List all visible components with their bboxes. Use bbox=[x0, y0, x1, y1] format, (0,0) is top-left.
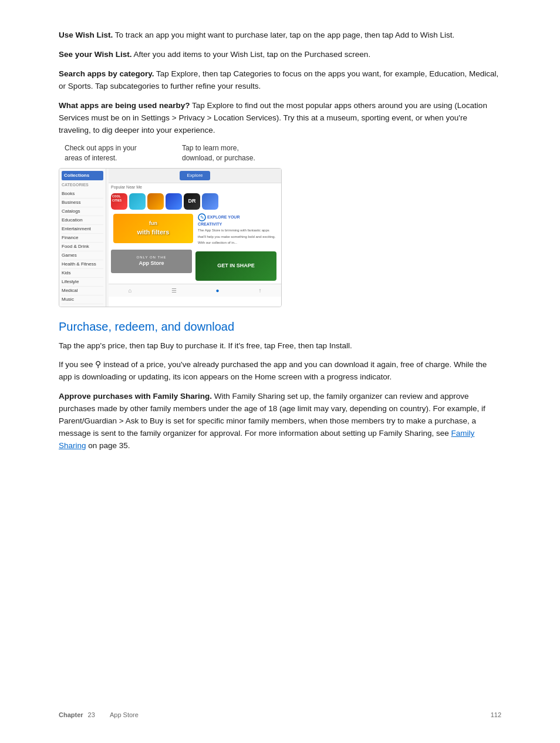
cat-games[interactable]: Games bbox=[62, 251, 103, 260]
popular-label: Popular Near Me bbox=[109, 183, 281, 192]
bold-prefix-4: What apps are being used nearby? bbox=[59, 101, 190, 110]
app-icon-city-pal[interactable] bbox=[202, 193, 218, 210]
bottom-icon-dot[interactable]: ● bbox=[215, 286, 219, 295]
page: Use Wish List. To track an app you might… bbox=[0, 0, 560, 743]
bold-prefix-1: Use Wish List. bbox=[59, 31, 113, 39]
section-para-1: Tap the app's price, then tap Buy to pur… bbox=[59, 340, 501, 352]
bottom-icon-home[interactable]: ⌂ bbox=[128, 286, 131, 295]
phone-bottom-bar: ⌂ ☰ ● ↑ bbox=[109, 284, 281, 297]
banner-app-store: ONLY ON THE App Store bbox=[111, 250, 192, 273]
banner-get-in-shape: GET IN SHAPE bbox=[195, 251, 276, 281]
app-icons-row: COOL CITIES DR bbox=[109, 192, 281, 211]
bottom-icon-share[interactable]: ↑ bbox=[258, 286, 261, 295]
section-heading: Purchase, redeem, and download bbox=[59, 319, 501, 334]
app-icon-dr[interactable]: DR bbox=[184, 193, 200, 210]
section-para-3: Approve purchases with Family Sharing. W… bbox=[59, 391, 501, 452]
bold-prefix-2: See your Wish List. bbox=[59, 50, 131, 59]
chapter-number: 23 bbox=[88, 710, 95, 720]
cat-lifestyle[interactable]: Lifestyle bbox=[62, 278, 103, 287]
section-body-1: Tap the app's price, then tap Buy to pur… bbox=[59, 341, 352, 350]
app-store-label: App Store bbox=[136, 260, 166, 267]
body-2: After you add items to your Wish List, t… bbox=[131, 50, 370, 59]
explore-button[interactable]: Explore bbox=[180, 171, 210, 180]
footer: Chapter 23 App Store 112 bbox=[0, 710, 560, 720]
section-body-2: If you see ⚲ instead of a price, you've … bbox=[59, 360, 487, 381]
categories-label: CATEGORIES bbox=[62, 182, 103, 189]
paragraph-wish-list-see: See your Wish List. After you add items … bbox=[59, 49, 501, 61]
app-icon-roads[interactable] bbox=[147, 193, 164, 210]
phone-left-panel: Collections CATEGORIES Books Business Ca… bbox=[59, 169, 106, 307]
svg-text:✎: ✎ bbox=[200, 215, 204, 220]
caption-left: Check out apps in your areas of interest… bbox=[65, 143, 147, 163]
paragraph-wish-list-use: Use Wish List. To track an app you might… bbox=[59, 29, 501, 42]
cat-catalogs[interactable]: Catalogs bbox=[62, 207, 103, 216]
cat-education[interactable]: Education bbox=[62, 216, 103, 225]
footer-chapter: Chapter 23 App Store bbox=[59, 710, 139, 720]
explore-top-bar: Explore bbox=[109, 169, 281, 183]
cat-food-drink[interactable]: Food & Drink bbox=[62, 243, 103, 251]
get-in-shape-text: GET IN SHAPE bbox=[217, 262, 255, 270]
bold-prefix-3: Search apps by category. bbox=[59, 69, 154, 78]
collections-header: Collections bbox=[62, 171, 103, 180]
cat-health-fitness[interactable]: Health & Fitness bbox=[62, 260, 103, 269]
app-icon-cyan[interactable] bbox=[129, 193, 146, 210]
app-icon-tracker[interactable] bbox=[166, 193, 182, 210]
body-1: To track an app you might want to purcha… bbox=[113, 31, 454, 39]
phone-mockup: Collections CATEGORIES Books Business Ca… bbox=[59, 168, 282, 307]
section-para-2: If you see ⚲ instead of a price, you've … bbox=[59, 359, 501, 384]
cat-entertainment[interactable]: Entertainment bbox=[62, 225, 103, 234]
phone-right-panel: Explore Popular Near Me COOL CITIES DR f… bbox=[109, 169, 281, 307]
chapter-label: Chapter bbox=[59, 710, 83, 720]
caption-block: Check out apps in your areas of interest… bbox=[59, 143, 501, 163]
cat-business[interactable]: Business bbox=[62, 199, 103, 207]
cat-kids[interactable]: Kids bbox=[62, 269, 103, 278]
cat-books[interactable]: Books bbox=[62, 190, 103, 199]
cat-music[interactable]: Music bbox=[62, 295, 103, 304]
footer-app-store: App Store bbox=[110, 710, 139, 720]
page-number: 112 bbox=[491, 710, 501, 720]
app-icon-cool-cities[interactable]: COOL CITIES bbox=[111, 193, 127, 210]
banner-filters: funwith filters bbox=[113, 214, 193, 243]
banner-filters-desc: ✎ EXPLORE YOURCREATIVITY The App Store i… bbox=[197, 212, 279, 247]
cat-medical[interactable]: Medical bbox=[62, 287, 103, 295]
bold-prefix-family: Approve purchases with Family Sharing. bbox=[59, 392, 212, 401]
section-body-3-suffix: on page 35. bbox=[86, 441, 130, 450]
bottom-icon-list[interactable]: ☰ bbox=[171, 286, 177, 295]
caption-right: Tap to learn more, download, or purchase… bbox=[182, 143, 264, 163]
cat-finance[interactable]: Finance bbox=[62, 234, 103, 243]
paragraph-search-by-category: Search apps by category. Tap Explore, th… bbox=[59, 68, 501, 93]
banner-filters-text: funwith filters bbox=[137, 220, 169, 237]
paragraph-nearby-apps: What apps are being used nearby? Tap Exp… bbox=[59, 100, 501, 137]
